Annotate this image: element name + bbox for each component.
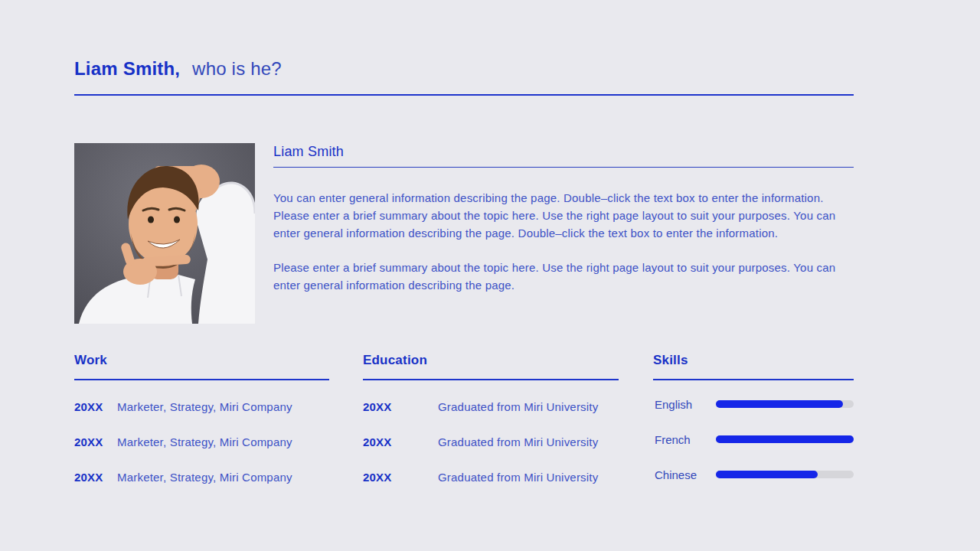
education-row: 20XX Graduated from Miri University (363, 399, 619, 413)
skill-label-chinese: Chinese (653, 468, 716, 481)
skill-bar-fill (716, 400, 843, 408)
work-desc: Marketer, Strategy, Miri Company (117, 435, 292, 448)
profile-photo (74, 143, 255, 324)
education-divider (363, 379, 619, 380)
skills-heading: Skills (653, 352, 854, 369)
page-title: Liam Smith, who is he? (74, 58, 282, 80)
skill-row: French (653, 432, 854, 446)
education-section: Education 20XX Graduated from Miri Unive… (363, 352, 619, 505)
skill-label-english: English (653, 398, 716, 411)
skill-bar-fill (716, 471, 818, 478)
work-section: Work 20XX Marketer, Strategy, Miri Compa… (74, 352, 329, 505)
work-desc: Marketer, Strategy, Miri Company (117, 471, 292, 484)
education-row: 20XX Graduated from Miri University (363, 435, 619, 448)
page-title-question: who is he? (192, 58, 282, 79)
skills-divider (653, 379, 854, 380)
education-heading: Education (363, 352, 619, 369)
profile-photo-illustration (74, 143, 255, 324)
work-divider (74, 379, 329, 380)
profile-paragraph-2: Please enter a brief summary about the t… (273, 259, 854, 294)
work-row: 20XX Marketer, Strategy, Miri Company (74, 435, 329, 448)
skill-label-french: French (653, 433, 716, 446)
education-row: 20XX Graduated from Miri University (363, 470, 619, 484)
skill-row: Chinese (653, 468, 854, 481)
education-year: 20XX (363, 471, 438, 484)
skill-bar-track (716, 400, 854, 408)
profile-name: Liam Smith (273, 144, 854, 160)
skill-bar-track (716, 435, 854, 443)
profile-name-divider (273, 167, 854, 168)
work-year: 20XX (74, 400, 117, 413)
education-desc: Graduated from Miri University (438, 435, 598, 448)
work-heading: Work (74, 352, 329, 369)
education-year: 20XX (363, 400, 438, 413)
skill-bar-fill (716, 435, 854, 443)
education-year: 20XX (363, 435, 438, 448)
skills-section: Skills English French Chinese (653, 352, 854, 503)
profile-block: Liam Smith You can enter general informa… (273, 144, 854, 294)
skill-bar-track (716, 471, 854, 478)
work-row: 20XX Marketer, Strategy, Miri Company (74, 470, 329, 484)
profile-paragraph-1: You can enter general information descri… (273, 189, 854, 242)
work-desc: Marketer, Strategy, Miri Company (117, 400, 292, 413)
skill-row: English (653, 397, 854, 411)
work-row: 20XX Marketer, Strategy, Miri Company (74, 399, 329, 413)
title-divider (74, 94, 854, 96)
education-desc: Graduated from Miri University (438, 400, 598, 413)
work-year: 20XX (74, 471, 117, 484)
education-desc: Graduated from Miri University (438, 471, 598, 484)
work-year: 20XX (74, 435, 117, 448)
presentation-slide: Liam Smith, who is he? (0, 0, 980, 551)
page-title-name: Liam Smith, (74, 58, 180, 79)
